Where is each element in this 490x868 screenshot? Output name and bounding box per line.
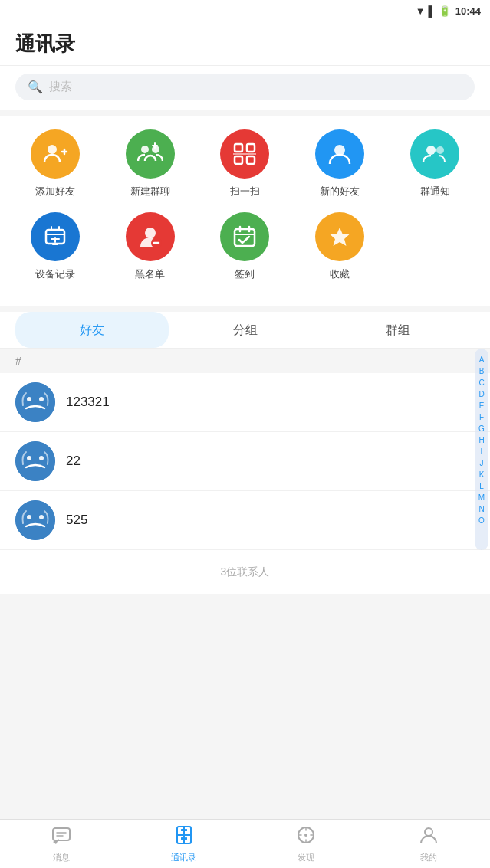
wifi-icon: ▼ [416,5,426,17]
quick-scan[interactable]: 扫一扫 [206,129,283,198]
svg-rect-26 [235,229,255,246]
page-header: 通讯录 [0,21,490,66]
tab-friends[interactable]: 好友 [15,312,169,348]
svg-point-15 [436,146,444,154]
quick-new-friend[interactable]: 新的好友 [301,129,378,198]
svg-point-23 [145,228,156,238]
svg-point-33 [39,397,44,401]
quick-group-notify[interactable]: 群通知 [396,129,473,198]
alpha-k[interactable]: K [479,470,485,480]
svg-point-34 [15,441,55,481]
svg-point-31 [15,382,55,422]
nav-mine-label: 我的 [420,852,437,863]
group-notify-label: 群通知 [420,185,450,198]
device-record-icon [31,212,80,261]
alpha-l[interactable]: L [479,481,484,492]
messages-icon [51,825,71,850]
scan-icon [220,129,269,179]
contact-count: 3位联系人 [0,550,490,594]
blacklist-icon [126,212,175,261]
svg-point-14 [426,146,436,155]
new-friend-icon [315,129,364,179]
search-bar-container: 🔍 搜索 [0,66,490,110]
alpha-n[interactable]: N [478,504,484,515]
alphabet-sidebar[interactable]: A B C D E F G H I J K L M N O [475,349,488,550]
contact-avatar [15,500,55,540]
contact-item[interactable]: 525 [0,491,490,550]
svg-point-56 [425,828,432,836]
add-friend-label: 添加好友 [35,185,75,198]
svg-rect-47 [185,829,187,831]
discover-icon [296,825,316,850]
new-group-icon [126,129,175,179]
alpha-j[interactable]: J [480,458,484,469]
svg-point-35 [27,456,31,460]
page-title: 通讯录 [15,32,75,55]
contacts-section: # 123321 22 [0,349,490,550]
quick-new-group[interactable]: 新建群聊 [112,129,189,198]
section-hash: # [0,349,490,373]
contacts-icon [174,825,194,850]
svg-point-39 [39,515,44,519]
svg-rect-40 [53,828,70,840]
svg-point-51 [304,834,307,837]
group-notify-icon [410,129,459,179]
alpha-e[interactable]: E [479,401,485,411]
search-icon: 🔍 [28,80,43,94]
checkin-icon [220,212,269,261]
blacklist-label: 黑名单 [135,267,165,281]
quick-device-record[interactable]: 设备记录 [17,212,94,281]
contact-name: 525 [66,513,87,528]
search-bar[interactable]: 🔍 搜索 [15,74,475,100]
svg-point-3 [141,146,149,153]
alpha-b[interactable]: B [479,366,485,377]
alpha-o[interactable]: O [478,516,485,526]
nav-contacts[interactable]: 通讯录 [123,820,245,868]
tab-groups-division[interactable]: 分组 [169,312,322,348]
svg-point-0 [48,145,57,154]
favorites-icon [315,212,364,261]
tab-groups[interactable]: 群组 [321,312,475,348]
nav-mine[interactable]: 我的 [367,820,490,868]
contact-name: 123321 [66,395,110,410]
tabs-container: 好友 分组 群组 [0,312,490,349]
alpha-f[interactable]: F [479,412,484,423]
battery-icon: 🔋 [439,5,451,17]
alpha-c[interactable]: C [478,378,484,388]
svg-point-37 [15,500,55,540]
nav-discover[interactable]: 发现 [245,820,368,868]
alpha-d[interactable]: D [478,389,484,400]
nav-messages[interactable]: 消息 [0,820,123,868]
alpha-a[interactable]: A [479,355,485,365]
new-group-label: 新建群聊 [130,185,170,198]
quick-blacklist[interactable]: 黑名单 [112,212,189,281]
contact-item[interactable]: 22 [0,432,490,491]
alpha-h[interactable]: H [478,435,484,446]
quick-checkin[interactable]: 签到 [206,212,283,281]
contact-avatar [15,382,55,422]
mine-icon [419,825,439,850]
device-record-label: 设备记录 [35,267,75,281]
svg-rect-48 [181,837,183,840]
search-placeholder: 搜索 [49,80,72,94]
nav-contacts-label: 通讯录 [171,852,196,863]
alpha-i[interactable]: I [481,447,483,457]
checkin-label: 签到 [235,267,255,281]
svg-rect-11 [247,156,255,164]
favorites-label: 收藏 [330,267,350,281]
status-time: 10:44 [455,5,481,17]
alpha-m[interactable]: M [478,493,485,503]
contact-item[interactable]: 123321 [0,373,490,432]
svg-rect-8 [235,144,242,152]
svg-marker-30 [330,228,350,246]
svg-point-36 [39,456,44,460]
quick-add-friend[interactable]: 添加好友 [17,129,94,198]
quick-favorites[interactable]: 收藏 [301,212,378,281]
quick-actions-row1: 添加好友 新建群聊 [8,129,482,198]
contact-name: 22 [66,454,81,469]
alpha-g[interactable]: G [478,424,485,434]
nav-messages-label: 消息 [53,852,70,863]
svg-rect-49 [185,837,187,840]
svg-point-32 [27,397,31,401]
quick-actions-row2: 设备记录 黑名单 [8,212,482,281]
